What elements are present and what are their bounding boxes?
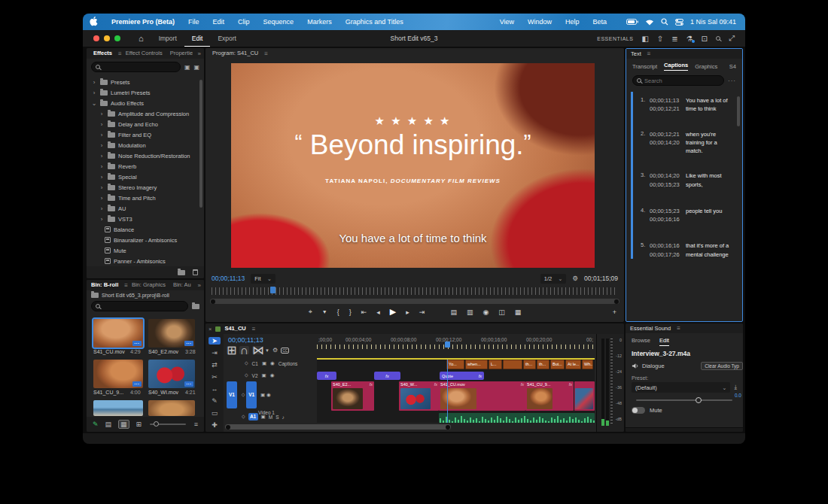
chevron-down-icon[interactable]: ⌄ xyxy=(91,100,97,107)
tab-overflow-icon[interactable]: » xyxy=(198,282,201,289)
compare-frame-button[interactable]: ◫ xyxy=(498,308,505,316)
chevron-icon[interactable]: › xyxy=(99,163,105,170)
tab-s4-partial[interactable]: S4 xyxy=(729,63,736,70)
caption-timecodes[interactable]: 00;00;14;2000;00;15;23 xyxy=(650,172,686,189)
audio-clip-interview[interactable] xyxy=(439,413,595,423)
timeline-caption-clip[interactable]: But... xyxy=(550,360,565,369)
bin-breadcrumb[interactable]: Short Edit v65_3.prproj\B-roll xyxy=(102,293,169,298)
feedback-chat-icon[interactable]: ⊡ xyxy=(702,35,708,43)
eye-icon[interactable]: ◉ xyxy=(270,360,275,366)
tree-item-delay-echo[interactable]: ›Delay and Echo xyxy=(87,119,204,129)
tab-properties[interactable]: Propertie xyxy=(166,48,193,59)
timeline-caption-clip[interactable]: L... xyxy=(489,360,502,369)
freeform-view-icon[interactable]: ⊞ xyxy=(136,421,142,428)
program-timecode[interactable]: 00;00;11;13 xyxy=(212,275,245,282)
panel-menu-icon[interactable]: ≡ xyxy=(647,50,651,57)
solo-track-button[interactable]: S xyxy=(275,414,279,420)
tree-item-presets[interactable]: ›Presets xyxy=(87,77,204,87)
caption-row[interactable]: 5. 00;00;16;1600;00;17;26 that it's more… xyxy=(633,241,739,259)
step-forward-button[interactable]: ▸ xyxy=(406,308,409,316)
apple-menu[interactable] xyxy=(83,17,105,28)
minimize-window-button[interactable] xyxy=(104,35,110,41)
workspace-label[interactable]: ESSENTIALS xyxy=(597,36,633,41)
ripple-edit-tool[interactable]: ⇄ xyxy=(212,361,218,369)
preset-dropdown[interactable]: (Default)⌄ xyxy=(632,382,730,393)
razor-tool[interactable]: ✂ xyxy=(212,373,218,381)
chevron-icon[interactable]: › xyxy=(99,174,105,181)
caption-timecodes[interactable]: 00;00;11;1300;00;12;21 xyxy=(650,96,686,114)
timeline-timecode[interactable]: 00;00;11;13 xyxy=(228,336,263,344)
menu-edit[interactable]: Edit xyxy=(206,18,232,26)
tree-item-stereo-imagery[interactable]: ›Stereo Imagery xyxy=(87,182,204,193)
beta-features-beaker-icon[interactable]: ⚗ xyxy=(686,35,693,43)
zoom-slider-knob[interactable] xyxy=(154,421,159,427)
track-name[interactable]: V2 xyxy=(252,373,258,378)
caption-timecodes[interactable]: 00;00;15;2300;00;16;16 xyxy=(650,207,686,224)
pen-tool[interactable]: ✎ xyxy=(212,397,218,405)
graphic-clip-fx[interactable]: fx xyxy=(317,372,336,380)
timeline-sequence-tab[interactable]: S41_CU xyxy=(224,323,245,334)
timeline-h-scrollbar[interactable] xyxy=(225,424,451,430)
mark-in-button[interactable]: { xyxy=(337,308,339,316)
scrollbar-handle-left[interactable] xyxy=(226,425,230,430)
share-export-icon[interactable]: ⇧ xyxy=(657,35,663,43)
tab-bin-audio[interactable]: Bin: Au xyxy=(169,280,191,290)
hand-tool[interactable]: ✚ xyxy=(212,421,218,429)
tree-item-lumetri-presets[interactable]: ›Lumetri Presets xyxy=(87,87,204,98)
lock-icon[interactable]: ⬦ xyxy=(245,360,248,366)
panel-menu-icon[interactable]: ≡ xyxy=(677,325,680,332)
lock-icon[interactable]: ⬦ xyxy=(242,414,245,420)
wifi-icon[interactable] xyxy=(645,19,654,26)
bin-clip-thumbnail[interactable]: ••• xyxy=(148,319,195,348)
extract-button[interactable]: ▥ xyxy=(467,308,473,316)
tab-effect-controls[interactable]: Effect Controls xyxy=(122,48,166,59)
tree-item-filter-eq[interactable]: ›Filter and EQ xyxy=(87,129,204,140)
caption-row[interactable]: 4. 00;00;15;2300;00;16;16 people tell yo… xyxy=(633,207,739,224)
tab-captions[interactable]: Captions xyxy=(664,62,688,71)
captions-search-input[interactable] xyxy=(632,75,724,86)
selection-tool[interactable]: ➤ xyxy=(209,337,221,345)
chevron-icon[interactable]: › xyxy=(99,121,105,128)
tree-item-balance[interactable]: Balance xyxy=(87,224,204,235)
tree-item-vst3[interactable]: ›VST3 xyxy=(87,214,204,224)
timeline-playhead[interactable] xyxy=(447,360,448,423)
tree-item-modulation[interactable]: ›Modulation xyxy=(87,140,204,150)
go-to-out-button[interactable]: ⇥ xyxy=(419,308,425,316)
tab-browse[interactable]: Browse xyxy=(632,337,650,346)
menu-help[interactable]: Help xyxy=(559,18,586,26)
nest-sequence-icon[interactable]: ⊞ xyxy=(227,346,236,354)
tab-overflow-icon[interactable]: » xyxy=(198,50,201,57)
caption-row[interactable]: 1. 00;00;11;1300;00;12;21 You have a lot… xyxy=(633,96,739,114)
battery-icon[interactable] xyxy=(626,19,638,25)
sync-lock-icon[interactable]: ▣ xyxy=(262,360,266,366)
eye-icon[interactable]: ◉ xyxy=(270,372,275,378)
chevron-icon[interactable]: › xyxy=(99,216,105,223)
settings-wrench-icon[interactable]: ⚙ xyxy=(572,275,578,282)
graphic-clip-quote[interactable]: Quotefx xyxy=(440,372,484,380)
close-window-button[interactable] xyxy=(93,35,99,41)
tab-graphics[interactable]: Graphics xyxy=(695,63,717,70)
caption-timecodes[interactable]: 00;00;12;2100;00;14;20 xyxy=(650,130,686,156)
caption-timecodes[interactable]: 00;00;16;1600;00;17;26 xyxy=(650,241,686,259)
fullscreen-icon[interactable]: ⤢ xyxy=(729,34,735,43)
tree-item-au[interactable]: ›AU xyxy=(87,203,204,214)
multicam-button[interactable]: ▦ xyxy=(515,308,522,316)
tree-item-time-pitch[interactable]: ›Time and Pitch xyxy=(87,193,204,203)
graphic-clip-fx[interactable]: fx xyxy=(374,372,400,380)
timeline-settings-wrench-icon[interactable]: ⚙ xyxy=(272,347,278,354)
timeline-caption-clip[interactable] xyxy=(503,360,522,369)
chevron-icon[interactable]: › xyxy=(99,195,105,202)
effects-search-input[interactable] xyxy=(91,62,181,72)
clear-audio-type-button[interactable]: Clear Audio Typ xyxy=(701,362,743,370)
bin-clip-thumbnail[interactable]: ••• xyxy=(93,319,143,348)
playback-resolution-dropdown[interactable]: 1/2⌄ xyxy=(540,274,567,284)
caption-text[interactable]: that it's more of a mental challenge xyxy=(686,241,735,259)
step-back-button[interactable]: ◂ xyxy=(376,308,380,316)
mic-voiceover-icon[interactable]: ♪ xyxy=(282,414,284,420)
captions-track-label[interactable]: Captions xyxy=(279,361,298,366)
quick-search-icon[interactable] xyxy=(716,36,720,41)
chevron-icon[interactable]: › xyxy=(99,132,105,138)
save-preset-icon[interactable]: ⤓ xyxy=(734,384,737,391)
tree-item-panner[interactable]: Panner - Ambisonics xyxy=(87,256,204,265)
edit-pencil-icon[interactable]: ✎ xyxy=(93,421,99,428)
